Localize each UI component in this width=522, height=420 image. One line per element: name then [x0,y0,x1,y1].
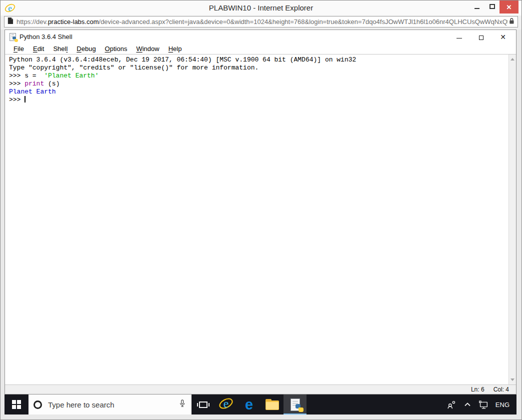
search-input[interactable] [48,400,178,409]
edge-icon: e [245,398,253,412]
ie-minimize-button[interactable] [470,0,484,12]
shell-text[interactable]: Python 3.6.4 (v3.6.4:d48eceb, Dec 19 201… [5,54,508,384]
lock-icon [508,17,515,26]
window-title: PLABWIN10 - Internet Explorer [0,4,522,12]
idle-minimize-button[interactable] [451,30,467,44]
ie-window: e PLABWIN10 - Internet Explorer ✕ https:… [0,0,522,420]
shell-line: >>> [9,96,508,104]
ie-maximize-button[interactable] [484,0,500,12]
menu-debug[interactable]: Debug [72,45,100,52]
idle-restore-button[interactable] [473,30,489,44]
idle-close-button[interactable]: ✕ [495,30,511,44]
task-view-icon [199,402,208,408]
python-idle-icon [290,398,300,411]
idle-window-title: Python 3.6.4 Shell [20,33,72,40]
url-domain: practice-labs.com [48,18,99,26]
ie-address-bar: https://dev.practice-labs.com/device-adv… [0,16,522,30]
shell-line: Python 3.6.4 (v3.6.4:d48eceb, Dec 19 201… [9,56,508,64]
shell-line: >>> s = 'Planet Earth' [9,72,508,80]
show-hidden-icons-button[interactable] [460,394,474,414]
scroll-down-icon[interactable] [510,378,514,381]
remote-desktop: Python 3.6.4 Shell ✕ FileEditShellDebugO… [4,30,516,414]
network-icon [478,399,490,410]
menu-file[interactable]: File [9,45,28,52]
shell-line: >>> print (s) [9,80,508,88]
internet-explorer-icon: e [218,396,234,413]
chevron-up-icon [464,400,472,408]
taskbar-edge[interactable]: e [238,394,260,414]
text-cursor [24,96,26,102]
ie-close-button[interactable]: ✕ [500,0,518,14]
python-idle-icon [10,33,16,41]
start-button[interactable] [4,394,28,414]
page-icon [7,17,14,26]
menu-help[interactable]: Help [164,45,186,52]
idle-titlebar[interactable]: Python 3.6.4 Shell ✕ [5,30,516,44]
ie-titlebar: e PLABWIN10 - Internet Explorer ✕ [0,0,522,16]
shell-line: Type "copyright", "credits" or "license(… [9,64,508,72]
url-path: /device-advanced.aspx?client=java&device… [99,18,508,26]
idle-menubar: FileEditShellDebugOptionsWindowHelp [5,44,516,54]
taskbar-search[interactable] [28,394,192,414]
language-indicator[interactable]: ENG [492,401,512,408]
menu-shell[interactable]: Shell [48,45,72,52]
minimize-icon [474,8,480,9]
menu-edit[interactable]: Edit [28,45,48,52]
menu-options[interactable]: Options [100,45,132,52]
people-icon [446,399,457,410]
taskbar: e e [4,394,516,414]
shell-line: Planet Earth [9,88,508,96]
file-explorer-icon [266,400,279,410]
idle-body: Python 3.6.4 (v3.6.4:d48eceb, Dec 19 201… [5,54,516,384]
system-tray: ENG [444,394,516,414]
idle-statusbar: Ln: 6 Col: 4 [5,384,516,394]
microphone-icon[interactable] [178,398,186,411]
minimize-icon [456,38,462,38]
url-text: https://dev.practice-labs.com/device-adv… [16,18,508,26]
scroll-up-icon[interactable] [510,58,514,60]
status-column-number: Col: 4 [494,386,509,393]
menu-window[interactable]: Window [132,45,164,52]
vertical-scrollbar[interactable] [508,54,516,384]
url-prefix: https://dev. [16,18,48,26]
svg-text:e: e [224,397,229,410]
close-icon: ✕ [500,33,506,41]
task-view-button[interactable] [192,394,214,414]
url-field[interactable]: https://dev.practice-labs.com/device-adv… [4,16,518,28]
network-button[interactable] [476,394,490,414]
taskbar-internet-explorer[interactable]: e [214,394,238,414]
restore-icon [479,36,484,40]
python-shell-window: Python 3.6.4 Shell ✕ FileEditShellDebugO… [4,30,516,394]
status-line-number: Ln: 6 [471,386,484,393]
maximize-icon [490,4,495,9]
people-button[interactable] [444,394,458,414]
taskbar-python-idle[interactable] [284,394,306,414]
taskbar-file-explorer[interactable] [260,394,284,414]
windows-logo-icon [12,400,21,409]
cortana-icon [34,400,42,409]
close-icon: ✕ [506,4,512,11]
